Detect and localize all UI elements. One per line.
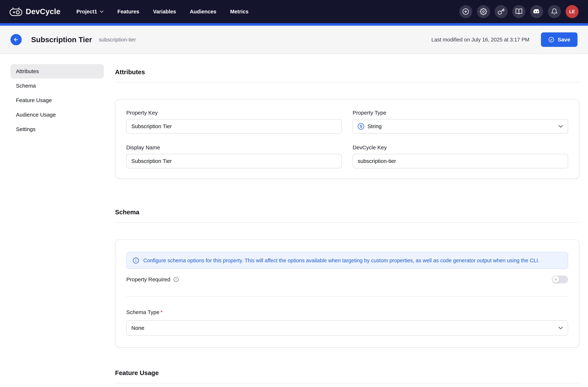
save-button[interactable]: Save: [541, 32, 578, 47]
chevron-down-icon: [558, 326, 563, 329]
sidebar-item-attributes[interactable]: Attributes: [10, 64, 104, 79]
save-button-label: Save: [558, 37, 570, 43]
property-key-field-group: Property Key: [126, 110, 342, 134]
gear-icon: [480, 8, 487, 15]
sidebar-item-feature-usage[interactable]: Feature Usage: [10, 93, 104, 108]
display-name-label: Display Name: [126, 145, 342, 150]
section-sidebar: Attributes Schema Feature Usage Audience…: [10, 64, 104, 383]
devcycle-brand[interactable]: DevCycle: [9, 7, 61, 16]
bell-icon: [551, 8, 558, 15]
main-content: Attributes Property Key Property Type S …: [115, 64, 579, 383]
property-required-toggle[interactable]: ✕: [552, 276, 568, 283]
back-button[interactable]: [10, 34, 22, 45]
key-icon: [498, 8, 505, 15]
property-type-label: Property Type: [353, 110, 568, 116]
page-title: Subscription Tier: [31, 36, 92, 44]
property-required-row: Property Required ✕: [126, 276, 568, 283]
info-circle-icon: [132, 257, 139, 264]
schema-type-label-group: Schema Type*: [126, 309, 568, 315]
schema-type-label: Schema Type: [126, 309, 159, 315]
settings-button[interactable]: [477, 5, 490, 18]
project-selector[interactable]: Project1: [76, 9, 104, 15]
devcycle-key-field-group: DevCycle Key: [353, 145, 568, 168]
content-layout: Attributes Schema Feature Usage Audience…: [0, 54, 588, 383]
sidebar-item-audience-usage[interactable]: Audience Usage: [10, 108, 104, 122]
toggle-knob-close-icon: ✕: [552, 276, 559, 283]
info-circle-icon[interactable]: [173, 277, 179, 282]
schema-section-header: Schema: [115, 204, 579, 223]
sidebar-item-schema[interactable]: Schema: [10, 79, 104, 93]
notifications-button[interactable]: [548, 5, 561, 18]
discord-icon: [533, 8, 540, 15]
api-keys-button[interactable]: [495, 5, 508, 18]
schema-section-title: Schema: [115, 209, 579, 216]
display-name-input[interactable]: [126, 154, 342, 168]
attributes-section-title: Attributes: [115, 68, 579, 76]
navbar-actions: LE: [459, 5, 579, 18]
display-name-field-group: Display Name: [126, 145, 342, 168]
devcycle-logo-icon: [9, 7, 22, 16]
docs-button[interactable]: [512, 5, 525, 18]
schema-info-alert: Configure schema options for this proper…: [126, 252, 568, 269]
top-navbar: DevCycle Project1 Features Variables Aud…: [0, 0, 588, 23]
page-header: Subscription Tier subscription-tier Last…: [0, 26, 588, 54]
book-open-icon: [515, 8, 523, 15]
user-avatar[interactable]: LE: [566, 5, 579, 18]
last-modified-text: Last modified on July 16, 2025 at 3:17 P…: [431, 37, 529, 43]
attributes-card: Property Key Property Type S String: [115, 99, 579, 179]
schema-card-divider: [126, 297, 568, 297]
feature-usage-section-title: Feature Usage: [115, 369, 579, 377]
feature-usage-section-header: Feature Usage: [115, 365, 579, 383]
plus-circle-icon: [462, 8, 469, 15]
attributes-field-grid: Property Key Property Type S String: [126, 110, 568, 168]
string-type-icon: S: [358, 123, 364, 129]
devcycle-key-label: DevCycle Key: [353, 145, 568, 150]
create-button[interactable]: [459, 5, 472, 18]
discord-button[interactable]: [530, 5, 543, 18]
required-marker: *: [161, 309, 163, 315]
chevron-down-icon: [100, 10, 104, 13]
schema-type-value: None: [131, 325, 144, 331]
accent-bar: [0, 23, 588, 26]
property-key-label: Property Key: [126, 110, 342, 116]
header-right: Last modified on July 16, 2025 at 3:17 P…: [431, 32, 578, 47]
property-type-select[interactable]: S String: [353, 119, 568, 134]
schema-type-select[interactable]: None: [126, 320, 568, 336]
page-key: subscription-tier: [99, 37, 136, 43]
nav-item-features[interactable]: Features: [117, 9, 139, 15]
sidebar-item-settings[interactable]: Settings: [10, 122, 104, 136]
nav-item-variables[interactable]: Variables: [153, 9, 176, 15]
property-type-value: String: [367, 123, 381, 129]
nav-item-metrics[interactable]: Metrics: [230, 9, 249, 15]
brand-name: DevCycle: [26, 7, 61, 16]
arrow-left-icon: [13, 37, 19, 43]
property-type-field-group: Property Type S String: [353, 110, 568, 134]
devcycle-key-input[interactable]: [353, 154, 568, 168]
chevron-down-icon: [558, 125, 563, 128]
property-required-label: Property Required: [126, 276, 170, 282]
nav-item-audiences[interactable]: Audiences: [190, 9, 216, 15]
project-selector-label: Project1: [76, 9, 97, 15]
property-key-input[interactable]: [126, 119, 342, 134]
primary-nav: Project1 Features Variables Audiences Me…: [76, 9, 248, 15]
schema-card: Configure schema options for this proper…: [115, 239, 579, 347]
attributes-section-header: Attributes: [115, 64, 579, 83]
schema-info-text: Configure schema options for this proper…: [143, 257, 539, 264]
property-required-label-group: Property Required: [126, 276, 179, 282]
check-circle-icon: [548, 37, 554, 43]
